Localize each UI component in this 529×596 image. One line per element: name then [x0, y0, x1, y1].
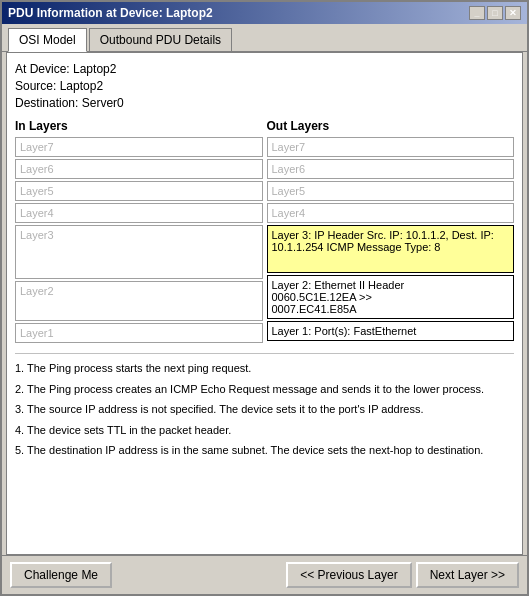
desc-item-3: 3. The source IP address is not specifie…: [15, 401, 514, 418]
desc-item-4: 4. The device sets TTL in the packet hea…: [15, 422, 514, 439]
close-button[interactable]: ✕: [505, 6, 521, 20]
out-layers-section: Out Layers Layer7 Layer6 Layer5 Layer4 L…: [267, 119, 515, 345]
title-bar: PDU Information at Device: Laptop2 _ □ ✕: [2, 2, 527, 24]
desc-item-2: 2. The Ping process creates an ICMP Echo…: [15, 381, 514, 398]
out-layer4[interactable]: Layer4: [267, 203, 515, 223]
maximize-button[interactable]: □: [487, 6, 503, 20]
title-controls: _ □ ✕: [469, 6, 521, 20]
layers-container: In Layers Layer7 Layer6 Layer5 Layer4 La…: [15, 119, 514, 345]
in-layer3[interactable]: Layer3: [15, 225, 263, 279]
in-layers-section: In Layers Layer7 Layer6 Layer5 Layer4 La…: [15, 119, 263, 345]
window-title: PDU Information at Device: Laptop2: [8, 6, 213, 20]
in-layer1[interactable]: Layer1: [15, 323, 263, 343]
next-layer-button[interactable]: Next Layer >>: [416, 562, 519, 588]
tab-outbound-pdu[interactable]: Outbound PDU Details: [89, 28, 232, 51]
nav-buttons: << Previous Layer Next Layer >>: [286, 562, 519, 588]
tab-osi-model[interactable]: OSI Model: [8, 28, 87, 52]
in-layer6[interactable]: Layer6: [15, 159, 263, 179]
out-layers-header: Out Layers: [267, 119, 515, 133]
in-layer7[interactable]: Layer7: [15, 137, 263, 157]
destination: Destination: Server0: [15, 95, 514, 112]
in-layers-header: In Layers: [15, 119, 263, 133]
tab-bar: OSI Model Outbound PDU Details: [2, 24, 527, 52]
in-layer4[interactable]: Layer4: [15, 203, 263, 223]
desc-item-5: 5. The destination IP address is in the …: [15, 442, 514, 459]
in-layer2[interactable]: Layer2: [15, 281, 263, 321]
out-layer6[interactable]: Layer6: [267, 159, 515, 179]
at-device: At Device: Laptop2: [15, 61, 514, 78]
in-layer5[interactable]: Layer5: [15, 181, 263, 201]
out-layer2[interactable]: Layer 2: Ethernet II Header 0060.5C1E.12…: [267, 275, 515, 319]
description-area: 1. The Ping process starts the next ping…: [15, 353, 514, 546]
out-layer5[interactable]: Layer5: [267, 181, 515, 201]
main-window: PDU Information at Device: Laptop2 _ □ ✕…: [0, 0, 529, 596]
out-layer7[interactable]: Layer7: [267, 137, 515, 157]
previous-layer-button[interactable]: << Previous Layer: [286, 562, 411, 588]
desc-item-1: 1. The Ping process starts the next ping…: [15, 360, 514, 377]
minimize-button[interactable]: _: [469, 6, 485, 20]
source: Source: Laptop2: [15, 78, 514, 95]
out-layer3[interactable]: Layer 3: IP Header Src. IP: 10.1.1.2, De…: [267, 225, 515, 273]
out-layer1[interactable]: Layer 1: Port(s): FastEthernet: [267, 321, 515, 341]
device-info: At Device: Laptop2 Source: Laptop2 Desti…: [15, 61, 514, 111]
challenge-me-button[interactable]: Challenge Me: [10, 562, 112, 588]
bottom-bar: Challenge Me << Previous Layer Next Laye…: [2, 555, 527, 594]
tab-content: At Device: Laptop2 Source: Laptop2 Desti…: [6, 52, 523, 555]
